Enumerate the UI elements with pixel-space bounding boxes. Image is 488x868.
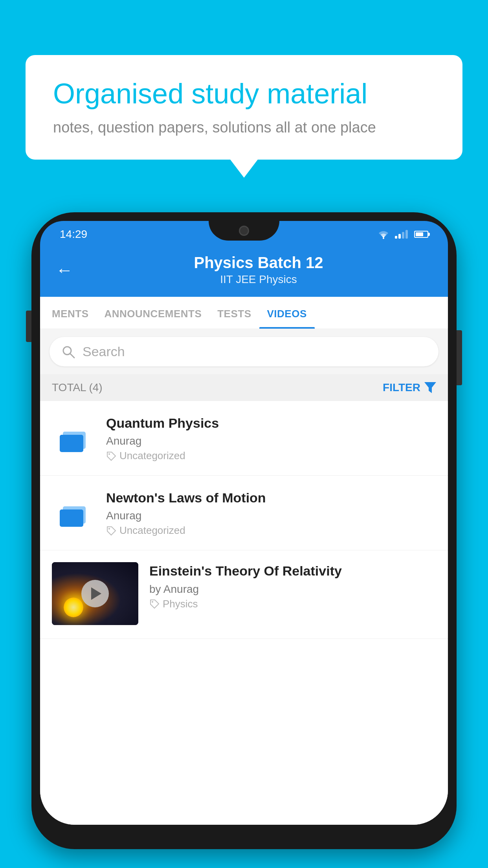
search-input[interactable]: Search	[83, 344, 125, 359]
video-info-newton: Newton's Laws of Motion Anurag Uncategor…	[106, 489, 436, 537]
video-author: Anurag	[106, 509, 436, 522]
search-container: Search	[40, 329, 448, 374]
video-list: Quantum Physics Anurag Uncategorized	[40, 401, 448, 825]
tag-icon	[149, 599, 160, 609]
status-time: 14:29	[60, 228, 87, 241]
search-input-wrapper[interactable]: Search	[50, 337, 438, 366]
svg-line-2	[70, 354, 74, 358]
total-count-label: TOTAL (4)	[52, 381, 103, 394]
folder-icon	[56, 495, 91, 531]
play-triangle-icon	[91, 587, 101, 600]
status-icons	[377, 229, 428, 239]
status-bar: 14:29	[40, 221, 448, 245]
video-tag: Physics	[149, 598, 436, 610]
phone-side-button-right	[457, 330, 462, 385]
svg-point-0	[383, 237, 384, 239]
tab-announcements[interactable]: ANNOUNCEMENTS	[97, 297, 210, 329]
video-title: Newton's Laws of Motion	[106, 489, 436, 506]
header-subtitle: IIT JEE Physics	[85, 273, 432, 286]
speech-bubble: Organised study material notes, question…	[26, 55, 462, 160]
list-item[interactable]: Newton's Laws of Motion Anurag Uncategor…	[40, 476, 448, 550]
app-header: ← Physics Batch 12 IIT JEE Physics	[40, 245, 448, 297]
video-info-quantum: Quantum Physics Anurag Uncategorized	[106, 414, 436, 462]
filter-icon	[424, 382, 436, 393]
video-thumbnail-einstein	[52, 562, 138, 625]
battery-icon	[414, 231, 428, 238]
folder-icon-quantum	[52, 417, 95, 460]
video-title: Quantum Physics	[106, 414, 436, 432]
video-info-einstein: Einstein's Theory Of Relativity by Anura…	[149, 562, 436, 610]
video-author: by Anurag	[149, 583, 436, 596]
tab-ments[interactable]: MENTS	[44, 297, 97, 329]
list-item[interactable]: Einstein's Theory Of Relativity by Anura…	[40, 550, 448, 639]
tag-icon	[106, 526, 116, 536]
play-button[interactable]	[81, 580, 109, 607]
video-tag: Uncategorized	[106, 450, 436, 462]
folder-icon-newton	[52, 491, 95, 535]
tag-icon	[106, 451, 116, 461]
tag-label: Uncategorized	[119, 450, 185, 462]
tab-videos[interactable]: VIDEOS	[259, 297, 315, 329]
video-tag: Uncategorized	[106, 524, 436, 537]
header-title: Physics Batch 12	[85, 254, 432, 272]
filter-bar: TOTAL (4) FILTER	[40, 374, 448, 401]
phone-side-button-left	[26, 311, 31, 342]
filter-label: FILTER	[383, 381, 420, 394]
list-item[interactable]: Quantum Physics Anurag Uncategorized	[40, 401, 448, 476]
svg-point-10	[152, 601, 153, 603]
svg-marker-3	[424, 382, 436, 393]
svg-point-6	[108, 453, 110, 455]
video-author: Anurag	[106, 435, 436, 447]
search-icon	[61, 345, 75, 359]
tag-label: Physics	[163, 598, 198, 610]
tag-label: Uncategorized	[119, 524, 185, 537]
back-button[interactable]: ←	[56, 260, 73, 280]
signal-bars-icon	[395, 230, 408, 239]
phone-outer: 14:29	[31, 212, 457, 849]
header-title-block: Physics Batch 12 IIT JEE Physics	[85, 254, 432, 286]
bubble-title: Organised study material	[53, 77, 435, 110]
bubble-subtitle: notes, question papers, solutions all at…	[53, 119, 435, 136]
tab-tests[interactable]: TESTS	[209, 297, 259, 329]
phone-camera	[239, 226, 249, 236]
filter-button[interactable]: FILTER	[383, 381, 436, 394]
phone-notch	[209, 221, 279, 241]
svg-point-9	[108, 528, 110, 530]
tabs-bar: MENTS ANNOUNCEMENTS TESTS VIDEOS	[40, 297, 448, 329]
speech-bubble-container: Organised study material notes, question…	[26, 55, 462, 160]
phone-screen: ← Physics Batch 12 IIT JEE Physics MENTS…	[40, 245, 448, 825]
wifi-icon	[377, 229, 390, 239]
video-title: Einstein's Theory Of Relativity	[149, 562, 436, 579]
folder-icon	[56, 421, 91, 456]
phone-wrapper: 14:29	[31, 212, 457, 868]
